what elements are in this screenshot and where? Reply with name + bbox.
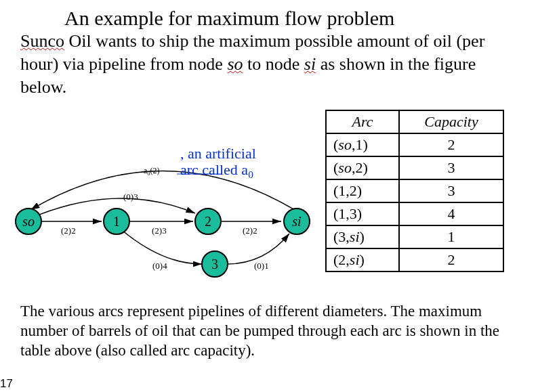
label-1-3: (0)4 [152,261,167,271]
cell-arc-it: si [350,251,360,268]
capacity-table: Arc Capacity (so,1) 2 (so,2) 3 (1,2) 3 (… [325,110,504,272]
cell-arc: (2, [333,251,350,268]
node-3: 3 [201,251,228,278]
cell-arc-post: ) [360,251,365,268]
label-so-1: (2)2 [61,225,76,236]
label-so-2: (0)3 [123,192,138,202]
intro-text-2: to node [243,54,304,74]
label-1-2: (2)3 [152,225,167,236]
node-2: 2 [194,208,222,235]
cell-cap: 1 [399,225,503,248]
intro-paragraph: Sunco Oil wants to ship the maximum poss… [0,30,538,98]
label-3-si: (0)1 [254,261,269,271]
cell-arc-it: so [338,159,352,176]
flow-diagram: , an artificial arc called a0 a0(2) (2)2… [7,125,325,288]
table-row: (3,si) 1 [326,225,503,248]
cell-arc: (1,2) [333,182,362,199]
cell-cap: 4 [399,202,503,225]
table-row: (1,3) 4 [326,202,503,225]
th-arc: Arc [326,110,399,133]
cell-arc: (1,3) [333,205,362,222]
cell-cap: 2 [399,133,503,156]
artificial-line1: , an artificial [180,146,256,162]
cell-arc-post: ,2) [352,159,368,176]
artificial-sub: 0 [248,169,253,181]
label-2-si: (2)2 [243,225,257,236]
artificial-arc-label: , an artificial arc called a0 [180,146,256,181]
cell-cap: 3 [399,179,503,202]
sunco-word: Sunco [20,31,64,51]
cell-arc: (3, [333,228,350,245]
node-so: so [15,208,42,235]
page-number: 17 [0,377,13,391]
explanation-paragraph: The various arcs represent pipelines of … [20,302,518,360]
page-title: An example for maximum flow problem [0,0,538,30]
cell-cap: 2 [399,248,503,271]
a0-flow-label: a0(2) [144,166,160,177]
node-si-ref: si [304,54,316,74]
node-so-ref: so [227,54,243,74]
table-row: (2,si) 2 [326,248,503,271]
table-row: (1,2) 3 [326,179,503,202]
node-1: 1 [103,208,130,235]
cell-arc-post: ) [360,228,365,245]
artificial-line2: arc called a [180,161,248,178]
arc-3-si [227,234,289,264]
cell-cap: 3 [399,156,503,179]
node-si: si [283,208,310,235]
table-row: (so,2) 3 [326,156,503,179]
table-row: (so,1) 2 [326,133,503,156]
a0-cap: (2) [150,166,160,175]
th-capacity: Capacity [399,110,503,133]
cell-arc-it: si [350,228,360,245]
cell-arc-post: ,1) [352,136,368,153]
cell-arc-it: so [338,136,352,153]
